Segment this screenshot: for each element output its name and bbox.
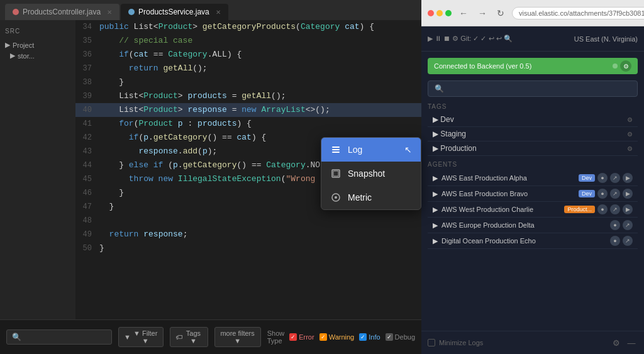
connection-dot bbox=[613, 64, 618, 69]
svg-rect-1 bbox=[332, 149, 340, 150]
agent-1-badge: Dev bbox=[579, 190, 595, 197]
agent-1-icons: Dev ● ↗ ▶ bbox=[579, 189, 633, 199]
collapse-button[interactable]: — bbox=[625, 336, 638, 349]
list-icon bbox=[330, 144, 341, 155]
agent-3-eye[interactable]: ● bbox=[610, 220, 620, 230]
search-input[interactable] bbox=[6, 329, 112, 345]
agent-2-icons: Product... ● ↗ ▶ bbox=[564, 204, 633, 214]
dropdown-item-snapshot[interactable]: Snapshot bbox=[321, 162, 421, 185]
footer-right: ⚙ — bbox=[610, 336, 638, 349]
connection-badge: Connected to Backend (ver 0.5) ⚙ bbox=[428, 58, 638, 74]
agent-0-more[interactable]: ▶ bbox=[623, 173, 633, 183]
dash-search-bar[interactable]: 🔍 bbox=[428, 80, 638, 97]
code-line-37: 37 return getAll(); bbox=[75, 62, 421, 75]
agent-2-more[interactable]: ▶ bbox=[623, 204, 633, 214]
right-panel: ← → ↻ visual.elastic.co/attachments/37f9… bbox=[421, 0, 644, 354]
agent-2-eye[interactable]: ● bbox=[597, 204, 608, 214]
agents-section-label: Agents bbox=[428, 161, 638, 168]
info-filter[interactable]: ✓ Info bbox=[359, 333, 380, 341]
tag-staging-icon: ⚙ bbox=[627, 131, 633, 138]
traffic-light-green[interactable] bbox=[445, 10, 452, 16]
agent-0-icons: Dev ● ↗ ▶ bbox=[579, 173, 633, 183]
agents-section: Agents ▶ AWS East Production Alpha Dev ●… bbox=[428, 161, 638, 249]
dash-footer: Minimize Logs ⚙ — bbox=[421, 331, 644, 354]
show-type: Show Type ✓ Error ✓ Warning ✓ Info ✓ Deb… bbox=[267, 329, 415, 345]
traffic-light-red[interactable] bbox=[428, 10, 434, 16]
error-filter[interactable]: ✓ Error bbox=[289, 333, 314, 341]
tab-products-controller[interactable]: ProductsController.java ✕ bbox=[5, 4, 119, 20]
svg-rect-4 bbox=[333, 171, 338, 176]
cursor-icon: ↖ bbox=[404, 145, 412, 155]
agent-3-icons: ● ↗ bbox=[610, 220, 633, 230]
svg-rect-0 bbox=[332, 147, 340, 148]
code-line-49: 49 return response; bbox=[75, 228, 421, 241]
agent-4-icons: ● ↗ bbox=[610, 236, 633, 246]
agent-1-link[interactable]: ↗ bbox=[610, 189, 620, 199]
code-line-36: 36 if(cat == Category.ALL) { bbox=[75, 48, 421, 62]
agent-2-badge: Product... bbox=[564, 206, 595, 213]
tags-section-label: Tags bbox=[428, 103, 638, 110]
tag-item-production[interactable]: ▶ Production ⚙ bbox=[428, 141, 638, 156]
toolbar-region: US East (N. Virginia) bbox=[574, 35, 638, 43]
browser-chrome: ← → ↻ visual.elastic.co/attachments/37f9… bbox=[421, 0, 644, 26]
code-line-39: 39 List<Product> products = getAll(); bbox=[75, 89, 421, 103]
dashboard: ▶ ⏸ ⏹ ⚙ Git: ✓ ✓ ↩ ↩ 🔍 US East (N. Virgi… bbox=[421, 26, 644, 354]
code-line-34: 34 public List<Product> getCategoryProdu… bbox=[75, 20, 421, 34]
code-line-48: 48 bbox=[75, 214, 421, 228]
agent-3-link[interactable]: ↗ bbox=[623, 220, 633, 230]
file-tree-header: SRC bbox=[0, 25, 75, 37]
dropdown-item-metric[interactable]: Metric bbox=[321, 185, 421, 209]
code-line-40: 40 List<Product> response = new ArrayLis… bbox=[75, 103, 421, 117]
tag-item-staging[interactable]: ▶ Staging ⚙ bbox=[428, 127, 638, 141]
traffic-light-yellow[interactable] bbox=[436, 10, 443, 16]
dropdown-item-log[interactable]: Log ↖ bbox=[321, 138, 421, 162]
traffic-lights bbox=[428, 10, 452, 16]
code-line-50: 50 } bbox=[75, 241, 421, 255]
debug-filter[interactable]: ✓ Debug bbox=[386, 333, 415, 341]
code-line-41: 41 for(Product p : products) { bbox=[75, 117, 421, 131]
warning-filter[interactable]: ✓ Warning bbox=[319, 333, 355, 341]
bottom-bar: ▼ ▼ Filter ▼ 🏷 Tags ▼ more filters ▼ Sho… bbox=[0, 319, 421, 354]
svg-point-6 bbox=[335, 196, 337, 199]
back-button[interactable]: ← bbox=[457, 7, 470, 19]
code-line-35: 35 // special case bbox=[75, 34, 421, 48]
agent-4-link[interactable]: ↗ bbox=[623, 236, 633, 246]
agent-item-3[interactable]: ▶ AWS Europe Production Delta ● ↗ bbox=[428, 218, 638, 233]
agent-item-4[interactable]: ▶ Digital Ocean Production Echo ● ↗ bbox=[428, 233, 638, 249]
tag-item-dev[interactable]: ▶ Dev ⚙ bbox=[428, 113, 638, 127]
more-filters-button[interactable]: more filters ▼ bbox=[214, 327, 261, 347]
snapshot-icon bbox=[330, 168, 341, 179]
tags-button[interactable]: 🏷 Tags ▼ bbox=[170, 327, 208, 347]
agent-2-link[interactable]: ↗ bbox=[610, 204, 620, 214]
agent-1-eye[interactable]: ● bbox=[597, 189, 608, 199]
tag-production-icon: ⚙ bbox=[627, 145, 633, 152]
dash-toolbar: ▶ ⏸ ⏹ ⚙ Git: ✓ ✓ ↩ ↩ 🔍 US East (N. Virgi… bbox=[421, 26, 644, 52]
filter-button[interactable]: ▼ ▼ Filter ▼ bbox=[118, 327, 164, 347]
tags-list: ▶ Dev ⚙ ▶ Staging ⚙ ▶ Production ⚙ bbox=[428, 113, 638, 156]
url-bar[interactable]: visual.elastic.co/attachments/37f9cb3081… bbox=[512, 7, 644, 19]
settings-button[interactable]: ⚙ bbox=[610, 336, 623, 349]
forward-button[interactable]: → bbox=[475, 7, 489, 19]
dash-content: Connected to Backend (ver 0.5) ⚙ 🔍 Tags … bbox=[421, 52, 644, 331]
tab-bar: ProductsController.java ✕ ProductsServic… bbox=[0, 0, 421, 20]
agent-0-badge: Dev bbox=[579, 174, 595, 182]
svg-rect-2 bbox=[332, 152, 340, 153]
tab-products-service[interactable]: ProductsService.java ✕ bbox=[121, 4, 228, 20]
agent-item-0[interactable]: ▶ AWS East Production Alpha Dev ● ↗ ▶ bbox=[428, 170, 638, 186]
code-line-38: 38 } bbox=[75, 75, 421, 89]
file-tree-project[interactable]: ▶ Project bbox=[0, 40, 75, 50]
agent-0-eye[interactable]: ● bbox=[597, 173, 608, 183]
agent-item-1[interactable]: ▶ AWS East Production Bravo Dev ● ↗ ▶ bbox=[428, 186, 638, 202]
metric-icon bbox=[330, 192, 341, 203]
agent-4-eye[interactable]: ● bbox=[610, 236, 620, 246]
agent-1-more[interactable]: ▶ bbox=[623, 189, 633, 199]
minimize-checkbox[interactable] bbox=[428, 339, 435, 346]
reload-button[interactable]: ↻ bbox=[494, 7, 507, 19]
file-tree: SRC ▶ Project ▶ stor... bbox=[0, 20, 75, 354]
file-tree-stor[interactable]: ▶ stor... bbox=[0, 50, 75, 61]
agent-item-2[interactable]: ▶ AWS West Production Charlie Product...… bbox=[428, 202, 638, 218]
connection-settings-btn[interactable]: ⚙ bbox=[620, 60, 631, 72]
dropdown-menu: Log ↖ Snapshot Metric bbox=[321, 137, 421, 210]
agent-0-link[interactable]: ↗ bbox=[610, 173, 620, 183]
tag-dev-icon: ⚙ bbox=[627, 116, 633, 123]
